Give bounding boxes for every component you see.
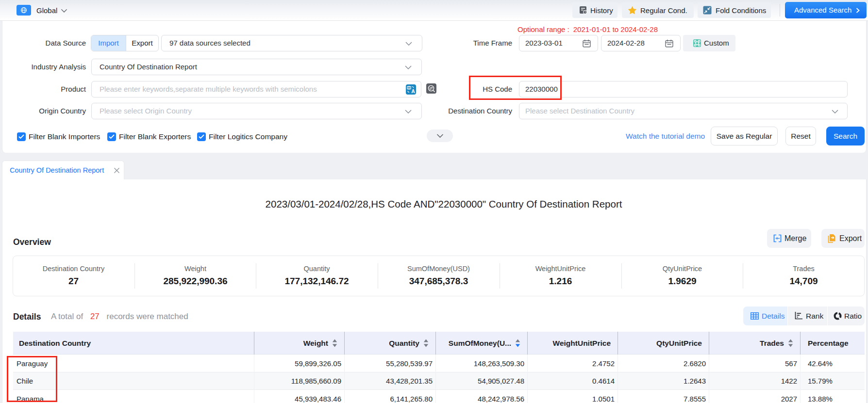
svg-text:A: A xyxy=(411,88,415,94)
